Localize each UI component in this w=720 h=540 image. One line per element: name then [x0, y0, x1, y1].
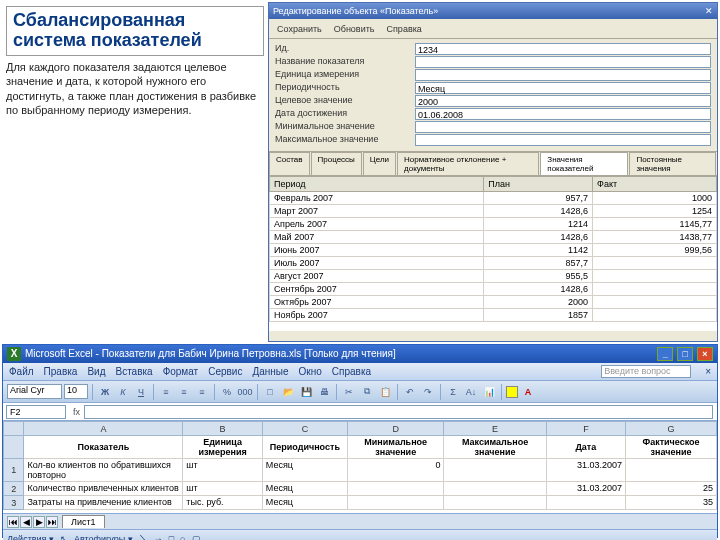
menu-file[interactable]: Файл — [9, 366, 34, 377]
chart-icon[interactable]: 📊 — [481, 384, 497, 400]
col-period[interactable]: Период — [270, 177, 484, 192]
redo-icon[interactable]: ↷ — [420, 384, 436, 400]
oval-icon[interactable]: ○ — [180, 534, 185, 541]
cut-icon[interactable]: ✂ — [341, 384, 357, 400]
hdr-E[interactable]: Максимальное значение — [444, 436, 546, 459]
col-C[interactable]: C — [262, 422, 347, 436]
menu-help[interactable]: Справка — [332, 366, 371, 377]
table-row[interactable]: Июль 2007857,7 — [270, 257, 717, 270]
tab-next-icon[interactable]: ▶ — [33, 516, 45, 528]
inner-close-icon[interactable]: × — [705, 366, 711, 377]
menu-view[interactable]: Вид — [87, 366, 105, 377]
tab-documents[interactable]: Нормативное отклонение + документы — [397, 152, 539, 175]
line-icon[interactable]: ＼ — [139, 532, 148, 540]
save-button[interactable]: Сохранить — [272, 22, 327, 36]
open-icon[interactable]: 📂 — [280, 384, 296, 400]
maximize-icon[interactable]: □ — [677, 347, 693, 361]
help-button[interactable]: Справка — [382, 22, 427, 36]
menu-data[interactable]: Данные — [252, 366, 288, 377]
hdr-C[interactable]: Периодичность — [262, 436, 347, 459]
table-row[interactable]: Сентябрь 20071428,6 — [270, 283, 717, 296]
actions-menu[interactable]: Действия ▾ — [7, 534, 54, 541]
field-id[interactable]: 1234 — [415, 43, 711, 55]
col-A[interactable]: A — [24, 422, 183, 436]
table-row[interactable]: 3Затраты на привлечение клиентовтыс. руб… — [4, 496, 717, 510]
col-G[interactable]: G — [626, 422, 717, 436]
menu-window[interactable]: Окно — [299, 366, 322, 377]
table-row[interactable]: Февраль 2007957,71000 — [270, 192, 717, 205]
sheet-tab[interactable]: Лист1 — [62, 515, 105, 528]
tab-first-icon[interactable]: ⏮ — [7, 516, 19, 528]
tab-prev-icon[interactable]: ◀ — [20, 516, 32, 528]
table-row[interactable]: Октябрь 20072000 — [270, 296, 717, 309]
field-period[interactable]: Месяц — [415, 82, 711, 94]
new-icon[interactable]: □ — [262, 384, 278, 400]
col-D[interactable]: D — [347, 422, 444, 436]
tab-values[interactable]: Значения показателей — [540, 152, 628, 175]
autosum-icon[interactable]: Σ — [445, 384, 461, 400]
underline-icon[interactable]: Ч — [133, 384, 149, 400]
fill-color-icon[interactable] — [506, 386, 518, 398]
minimize-icon[interactable]: _ — [657, 347, 673, 361]
field-date[interactable]: 01.06.2008 — [415, 108, 711, 120]
table-row[interactable]: 1Кол-во клиентов по обратившихся повторн… — [4, 459, 717, 482]
tab-goals[interactable]: Цели — [363, 152, 396, 175]
formula-input[interactable] — [84, 405, 713, 419]
field-min[interactable] — [415, 121, 711, 133]
menu-insert[interactable]: Вставка — [115, 366, 152, 377]
hdr-A[interactable]: Показатель — [24, 436, 183, 459]
field-unit[interactable] — [415, 69, 711, 81]
tab-processes[interactable]: Процессы — [311, 152, 362, 175]
tab-last-icon[interactable]: ⏭ — [46, 516, 58, 528]
table-row[interactable]: Май 20071428,61438,77 — [270, 231, 717, 244]
table-row[interactable]: 2Количество привлеченных клиентовштМесяц… — [4, 482, 717, 496]
font-name-combo[interactable]: Arial Cyr — [7, 384, 62, 399]
table-row[interactable]: Ноябрь 20071857 — [270, 309, 717, 322]
menu-edit[interactable]: Правка — [44, 366, 78, 377]
bold-icon[interactable]: Ж — [97, 384, 113, 400]
hdr-F[interactable]: Дата — [546, 436, 625, 459]
autoshapes-menu[interactable]: Автофигуры ▾ — [74, 534, 133, 541]
thousand-icon[interactable]: 000 — [237, 384, 253, 400]
pointer-icon[interactable]: ↖ — [60, 534, 68, 541]
close-icon[interactable]: ✕ — [705, 6, 713, 16]
align-center-icon[interactable]: ≡ — [176, 384, 192, 400]
arrow-icon[interactable]: → — [154, 534, 163, 541]
hdr-G[interactable]: Фактическое значение — [626, 436, 717, 459]
fx-icon[interactable]: fx — [69, 407, 84, 417]
tab-sostav[interactable]: Состав — [269, 152, 310, 175]
font-size-combo[interactable]: 10 — [64, 384, 88, 399]
col-F[interactable]: F — [546, 422, 625, 436]
menu-format[interactable]: Формат — [163, 366, 199, 377]
menu-tools[interactable]: Сервис — [208, 366, 242, 377]
textbox-icon[interactable]: ▢ — [192, 534, 201, 541]
save-icon[interactable]: 💾 — [298, 384, 314, 400]
percent-icon[interactable]: % — [219, 384, 235, 400]
field-name[interactable] — [415, 56, 711, 68]
rect-icon[interactable]: □ — [169, 534, 174, 541]
col-B[interactable]: B — [183, 422, 262, 436]
print-icon[interactable]: 🖶 — [316, 384, 332, 400]
close-icon[interactable]: × — [697, 347, 713, 361]
table-row[interactable]: Март 20071428,61254 — [270, 205, 717, 218]
field-target[interactable]: 2000 — [415, 95, 711, 107]
field-max[interactable] — [415, 134, 711, 146]
col-fact[interactable]: Факт — [593, 177, 717, 192]
refresh-button[interactable]: Обновить — [329, 22, 380, 36]
align-right-icon[interactable]: ≡ — [194, 384, 210, 400]
select-all[interactable] — [4, 422, 24, 436]
hdr-B[interactable]: Единица измерения — [183, 436, 262, 459]
ask-question-box[interactable]: Введите вопрос — [601, 365, 691, 378]
col-plan[interactable]: План — [484, 177, 593, 192]
row-header[interactable] — [4, 436, 24, 459]
align-left-icon[interactable]: ≡ — [158, 384, 174, 400]
tab-constants[interactable]: Постоянные значения — [629, 152, 716, 175]
hdr-D[interactable]: Минимальное значение — [347, 436, 444, 459]
name-box[interactable]: F2 — [6, 405, 66, 419]
worksheet[interactable]: A B C D E F G Показатель Единица измерен… — [3, 421, 717, 513]
sort-asc-icon[interactable]: A↓ — [463, 384, 479, 400]
table-row[interactable]: Июнь 20071142999,56 — [270, 244, 717, 257]
table-row[interactable]: Август 2007955,5 — [270, 270, 717, 283]
paste-icon[interactable]: 📋 — [377, 384, 393, 400]
undo-icon[interactable]: ↶ — [402, 384, 418, 400]
